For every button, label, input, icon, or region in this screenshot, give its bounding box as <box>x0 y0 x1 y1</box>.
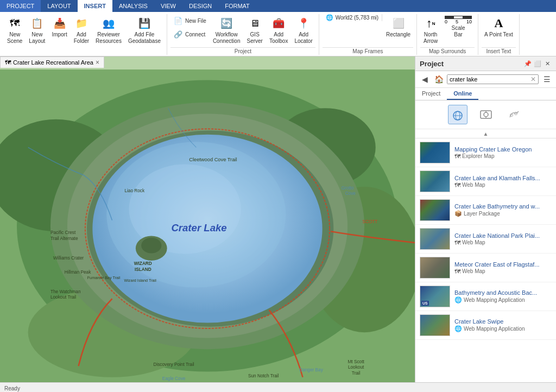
result-item-crater-lake-klamath[interactable]: Crater Lake and Klamath Falls... 🗺 Web M… <box>415 167 556 196</box>
result-title-bathymetry-acoustic: Bathymetry and Acoustic Bac... <box>454 289 552 296</box>
collapse-arrow[interactable]: ▲ <box>415 129 556 138</box>
nav-back-button[interactable]: ◀ <box>419 73 431 85</box>
svg-text:Danger Bay: Danger Bay <box>299 368 323 372</box>
nav-home-button[interactable]: 🏠 <box>433 73 445 85</box>
result-type-label-mapping-crater-lake: Explorer Map <box>462 153 494 159</box>
tab-format[interactable]: FORMAT <box>218 0 256 12</box>
new-file-label: New File <box>185 18 206 24</box>
result-info-mapping-crater-lake: Mapping Crater Lake Oregon 🗺 Explorer Ma… <box>454 146 552 160</box>
new-file-button[interactable]: 📄 New File <box>170 14 209 27</box>
panel-nav: ◀ 🏠 ✕ ☰ <box>415 71 556 88</box>
scale-bar-button[interactable]: 0 5 10 ScaleBar <box>442 14 475 40</box>
ribbon-group-surrounds-label: Map Surrounds <box>420 47 475 55</box>
gis-server-button[interactable]: 🖥 GISServer <box>244 14 265 46</box>
ribbon-group-surrounds-items: ↑N NorthArrow 0 5 10 <box>420 14 475 46</box>
result-thumb-crater-lake-klamath <box>420 170 450 192</box>
svg-text:Lookout: Lookout <box>348 365 364 370</box>
workflow-connection-button[interactable]: 🔄 WorkflowConnection <box>210 14 243 46</box>
svg-text:SCOTT: SCOTT <box>362 219 377 224</box>
svg-text:Mt Scott: Mt Scott <box>348 359 364 364</box>
rectangle-button[interactable]: ⬜ Rectangle <box>383 14 413 40</box>
cloud-icon-3[interactable] <box>504 105 524 124</box>
svg-text:Cleetwood Cove Trail: Cleetwood Cove Trail <box>189 157 237 162</box>
result-thumb-mapping-crater-lake <box>420 142 450 163</box>
result-type-icon-bathymetry-acoustic: 🌐 <box>454 296 462 304</box>
connect-label: Connect <box>185 31 205 37</box>
tab-analysis[interactable]: ANALYSIS <box>112 0 154 12</box>
result-info-bathymetry-acoustic: Bathymetry and Acoustic Bac... 🌐 Web Map… <box>454 289 552 304</box>
result-type-crater-lake-swipe: 🌐 Web Mapping Application <box>454 325 552 332</box>
panel-tab-project[interactable]: Project <box>415 88 447 100</box>
add-locator-button[interactable]: 📍 AddLocator <box>292 14 315 46</box>
result-item-meteor-crater[interactable]: Meteor Crater East of Flagstaf... 🗺 Web … <box>415 254 556 282</box>
scale-num-10: 10 <box>466 19 472 24</box>
search-clear-button[interactable]: ✕ <box>528 75 538 83</box>
north-arrow-button[interactable]: ↑N NorthArrow <box>420 14 441 46</box>
search-input[interactable] <box>447 75 528 84</box>
new-layout-label: NewLayout <box>29 31 45 45</box>
tab-view[interactable]: VIEW <box>154 0 182 12</box>
ribbon-group-map-surrounds: ↑N NorthArrow 0 5 10 <box>417 14 478 55</box>
workflow-icon: 🔄 <box>219 16 234 31</box>
arcgis-online-icon <box>450 109 465 121</box>
result-item-bathymetry-acoustic[interactable]: US Bathymetry and Acoustic Bac... 🌐 Web … <box>415 282 556 311</box>
result-title-mapping-crater-lake: Mapping Crater Lake Oregon <box>454 146 552 153</box>
new-scene-button[interactable]: 🗺 NewScene <box>4 14 25 46</box>
add-folder-button[interactable]: 📁 AddFolder <box>71 14 92 46</box>
ribbon-group-map-frames: 🌐 World2 (5,783 mi) ⬜ Rectangle Map Fram… <box>319 14 417 55</box>
workflow-label: WorkflowConnection <box>213 31 241 45</box>
north-arrow-label: NorthArrow <box>424 31 438 45</box>
chevron-up-icon: ▲ <box>483 131 489 137</box>
result-item-crater-lake-swipe[interactable]: Crater Lake Swipe 🌐 Web Mapping Applicat… <box>415 311 556 340</box>
enterprise-icon <box>478 109 494 121</box>
reviewer-resources-button[interactable]: 👥 ReviewerResources <box>93 14 124 46</box>
new-layout-button[interactable]: 📋 NewLayout <box>26 14 48 46</box>
tab-design[interactable]: DESIGN <box>182 0 218 12</box>
panel-tab-online[interactable]: Online <box>447 88 478 100</box>
tab-project[interactable]: PROJECT <box>0 0 41 12</box>
add-locator-label: AddLocator <box>294 31 312 45</box>
result-info-crater-lake-klamath: Crater Lake and Klamath Falls... 🗺 Web M… <box>454 175 552 188</box>
tab-layout[interactable]: LAYOUT <box>41 0 77 12</box>
globe-icon: 🌐 <box>326 14 333 21</box>
map-container[interactable]: 🗺 Crater Lake Recreational Area × <box>0 56 415 382</box>
svg-text:Liao Rock: Liao Rock <box>124 188 145 193</box>
panel-restore-button[interactable]: ⬜ <box>533 59 542 68</box>
point-text-label: A Point Text <box>484 31 513 38</box>
add-toolbox-button[interactable]: 🧰 AddToolbox <box>267 14 290 46</box>
result-info-meteor-crater: Meteor Crater East of Flagstaf... 🗺 Web … <box>454 261 552 275</box>
map-tab-close[interactable]: × <box>96 59 99 66</box>
ribbon-group-project-items: 📄 New File 🔗 Connect 🔄 WorkflowConnectio… <box>170 14 315 46</box>
add-folder-icon: 📁 <box>74 16 89 31</box>
svg-text:Lookout Trail: Lookout Trail <box>50 295 76 300</box>
panel-pin-button[interactable]: 📌 <box>523 59 532 68</box>
cloud-icon-1[interactable] <box>448 105 467 124</box>
tab-insert[interactable]: INSERT <box>78 0 112 12</box>
panel-tabs: Project Online <box>415 88 556 100</box>
search-menu-button[interactable]: ☰ <box>541 73 553 85</box>
point-text-button[interactable]: A A Point Text <box>482 14 516 40</box>
geodatabase-label: Add FileGeodatabase <box>128 31 161 45</box>
cloud-icon-2[interactable] <box>476 105 496 124</box>
connect-button[interactable]: 🔗 Connect <box>170 28 209 41</box>
import-button[interactable]: 📥 Import <box>49 14 70 40</box>
result-item-crater-lake-bathymetry[interactable]: Crater Lake Bathymetry and w... 📦 Layer … <box>415 196 556 225</box>
result-type-label-crater-lake-swipe: Web Mapping Application <box>464 326 525 332</box>
svg-point-46 <box>484 112 488 117</box>
svg-text:Trail: Trail <box>352 371 361 376</box>
add-file-geodatabase-button[interactable]: 💾 Add FileGeodatabase <box>125 14 163 46</box>
panel-close-button[interactable]: ✕ <box>543 59 552 68</box>
ribbon: PROJECT LAYOUT INSERT ANALYSIS VIEW DESI… <box>0 0 556 56</box>
svg-text:Williams Crater: Williams Crater <box>53 256 84 261</box>
result-type-crater-lake-klamath: 🗺 Web Map <box>454 182 552 188</box>
result-title-meteor-crater: Meteor Crater East of Flagstaf... <box>454 261 552 268</box>
result-thumb-crater-lake-bathymetry <box>420 199 450 221</box>
reviewer-label: ReviewerResources <box>96 31 122 45</box>
new-scene-label: NewScene <box>7 31 22 45</box>
status-text: Ready <box>4 385 20 391</box>
result-item-crater-lake-national[interactable]: Crater Lake National Park Plai... 🗺 Web … <box>415 225 556 254</box>
map-icon: 🗺 <box>5 59 11 66</box>
result-item-mapping-crater-lake[interactable]: Mapping Crater Lake Oregon 🗺 Explorer Ma… <box>415 138 556 167</box>
result-title-crater-lake-bathymetry: Crater Lake Bathymetry and w... <box>454 203 552 210</box>
ribbon-group-insert-text: A A Point Text Insert Text <box>478 14 520 55</box>
